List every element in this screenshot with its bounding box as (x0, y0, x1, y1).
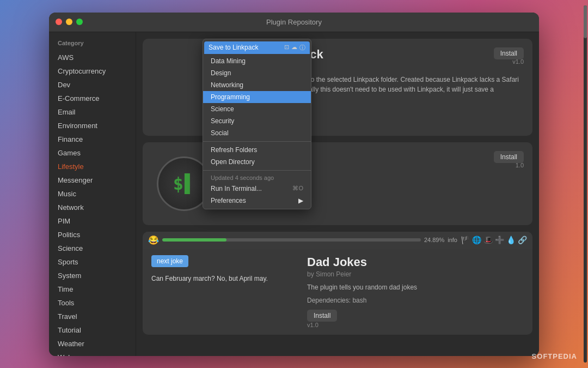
dad-jokes-author: by Simon Peier (307, 270, 524, 278)
sidebar-item-messenger[interactable]: Messenger (49, 173, 136, 187)
sidebar-item-environment[interactable]: Environment (49, 119, 136, 132)
divider-2 (203, 170, 311, 171)
terminal-shortcut: ⌘O (292, 185, 303, 192)
sidebar-header: Category (49, 38, 136, 51)
dropdown-item-open-dir[interactable]: Open Directory (203, 156, 311, 168)
laughing-emoji: 😂 (148, 235, 159, 245)
plugin1-version: v1.0 (512, 58, 524, 65)
plugin2-install-button[interactable]: Install (494, 151, 524, 163)
titlebar: Plugin Repository (49, 13, 539, 32)
dad-right-info: Dad Jokes by Simon Peier The plugin tell… (307, 255, 524, 328)
divider-1 (203, 141, 311, 142)
joke-text: Can February march? No, but April may. (151, 275, 298, 282)
sidebar-item-tools[interactable]: Tools (49, 296, 136, 310)
dropdown-item-prefs[interactable]: Preferences ▶ (203, 195, 311, 207)
dropdown-item-security[interactable]: Security (203, 115, 311, 127)
sidebar-item-science[interactable]: Science (49, 242, 136, 255)
sidebar-item-web[interactable]: Web (49, 351, 136, 356)
sidebar-item-weather[interactable]: Weather (49, 337, 136, 351)
dropdown-header: Save to Linkpack ⊡ ☁ ⓘ (204, 41, 310, 54)
dj-icon-2: 🌐 (472, 236, 481, 244)
dropdown-item-networking[interactable]: Networking (203, 79, 311, 91)
plugin2-version: 1.0 (516, 162, 524, 168)
dj-icons: 🏴 🌐 🎩 ➕ 💧 🔗 (461, 236, 527, 244)
dropdown-icon-info: ⓘ (299, 44, 305, 52)
next-joke-button[interactable]: next joke (151, 255, 188, 267)
traffic-lights (56, 19, 83, 25)
info-label: info (448, 237, 457, 243)
dad-bottom-row: next joke Can February march? No, but Ap… (143, 249, 532, 335)
dj-icon-5: 💧 (506, 236, 516, 244)
dropdown-item-datamining[interactable]: Data Mining (203, 55, 311, 67)
progress-bar-fill (162, 238, 226, 242)
sidebar-item-games[interactable]: Games (49, 146, 136, 160)
sidebar: Category AWS Cryptocurrency Dev E-Commer… (49, 32, 136, 356)
plugin1-install-button[interactable]: Install (494, 47, 524, 59)
dad-jokes-description: The plugin tells you random dad jokes (307, 282, 524, 292)
sidebar-item-pim[interactable]: PIM (49, 214, 136, 228)
dad-jokes-version: v1.0 (307, 322, 524, 328)
dropdown-item-science[interactable]: Science (203, 103, 311, 115)
close-button[interactable] (56, 19, 62, 25)
sidebar-item-tutorial[interactable]: Tutorial (49, 323, 136, 337)
content-area: Category AWS Cryptocurrency Dev E-Commer… (49, 32, 539, 356)
sidebar-item-finance[interactable]: Finance (49, 132, 136, 146)
dropdown-updated-label: Updated 4 seconds ago (203, 173, 311, 183)
prefs-arrow: ▶ (298, 197, 303, 204)
dropdown-item-programming[interactable]: Programming (203, 91, 311, 103)
maximize-button[interactable] (76, 19, 83, 25)
sidebar-item-cryptocurrency[interactable]: Cryptocurrency (49, 64, 136, 78)
dropdown-header-label: Save to Linkpack (209, 44, 284, 51)
cursor-bar: ▌ (185, 173, 195, 194)
plugin-card-dad-jokes: 😂 24.89% info 🏴 🌐 🎩 ➕ 💧 🔗 (143, 232, 532, 335)
dropdown-icons: ⊡ ☁ ⓘ (284, 44, 305, 52)
dropdown-item-social[interactable]: Social (203, 127, 311, 139)
sidebar-item-dev[interactable]: Dev (49, 78, 136, 92)
terminal-label: Run In Terminal... (211, 185, 262, 192)
dropdown-item-terminal[interactable]: Run In Terminal... ⌘O (203, 183, 311, 195)
sidebar-item-system[interactable]: System (49, 269, 136, 282)
dropdown-menu: Save to Linkpack ⊡ ☁ ⓘ Data Mining Desig… (203, 39, 311, 209)
dj-icon-3: 🎩 (483, 236, 493, 244)
dollar-sign: $ (173, 173, 183, 194)
sidebar-item-travel[interactable]: Travel (49, 310, 136, 323)
dad-jokes-deps: Dependencies: bash (307, 297, 524, 304)
sidebar-item-aws[interactable]: AWS (49, 51, 136, 64)
dropdown-icon-2: ☁ (291, 44, 297, 52)
sidebar-item-time[interactable]: Time (49, 282, 136, 296)
softpedia-watermark: SOFTPEDIA (532, 352, 577, 360)
progress-bar-container (162, 238, 421, 242)
plugin-card-current-task: $▌ Current Task by voter101 @voter101 So… (143, 142, 532, 225)
main-content: Save to Linkpack ⊡ ☁ ⓘ Data Mining Desig… (136, 32, 539, 356)
sidebar-item-sports[interactable]: Sports (49, 255, 136, 269)
dj-icon-4: ➕ (495, 236, 504, 244)
prefs-label: Preferences (211, 197, 246, 204)
dad-jokes-install-button[interactable]: Install (307, 310, 337, 322)
dropdown-item-design[interactable]: Design (203, 67, 311, 79)
sidebar-item-email[interactable]: Email (49, 105, 136, 119)
sidebar-item-network[interactable]: Network (49, 201, 136, 214)
sidebar-item-music[interactable]: Music (49, 187, 136, 201)
sidebar-item-politics[interactable]: Politics (49, 228, 136, 242)
dad-jokes-title: Dad Jokes (307, 255, 524, 269)
sidebar-item-ecommerce[interactable]: E-Commerce (49, 92, 136, 105)
dropdown-item-refresh[interactable]: Refresh Folders (203, 144, 311, 156)
plugin-card-save-to-linkpack: Save to Linkpack ⊡ ☁ ⓘ Data Mining Desig… (143, 39, 532, 136)
sidebar-item-lifestyle[interactable]: Lifestyle (49, 160, 136, 173)
dad-joke-preview: next joke Can February march? No, but Ap… (151, 255, 298, 328)
dj-icon-1: 🏴 (461, 236, 470, 244)
main-window: Plugin Repository Category AWS Cryptocur… (49, 13, 539, 356)
window-title: Plugin Repository (266, 18, 322, 26)
dad-jokes-topbar: 😂 24.89% info 🏴 🌐 🎩 ➕ 💧 🔗 (143, 232, 532, 249)
progress-percent: 24.89% (424, 237, 444, 243)
dropdown-icon-1: ⊡ (284, 44, 289, 52)
minimize-button[interactable] (66, 19, 72, 25)
dj-icon-6: 🔗 (518, 236, 527, 244)
